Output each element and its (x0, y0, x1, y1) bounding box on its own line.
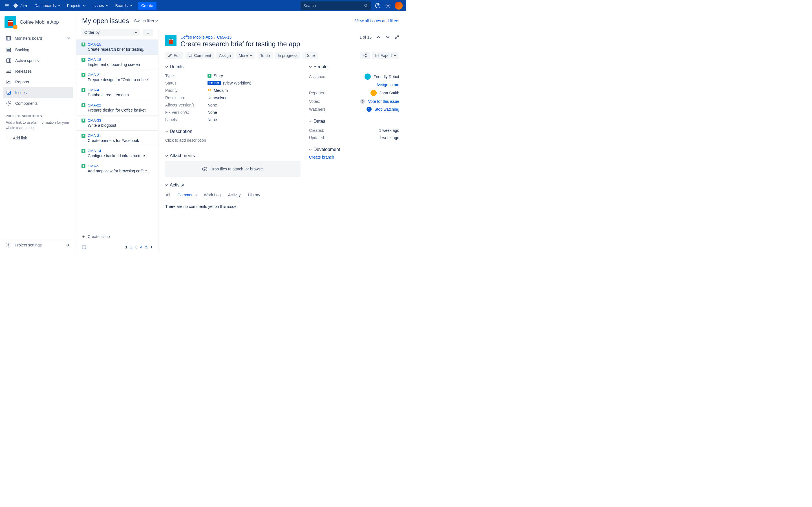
next-issue-icon[interactable] (386, 35, 390, 39)
description-placeholder[interactable]: Click to add description (165, 137, 301, 148)
story-icon (82, 164, 86, 168)
activity-tab[interactable]: All (165, 190, 171, 200)
people-panel-toggle[interactable]: People (309, 64, 399, 69)
collapse-sidebar-icon[interactable] (65, 242, 70, 247)
sidebar-item-components[interactable]: Components (3, 98, 73, 109)
comment-icon (188, 54, 192, 57)
description-panel-toggle[interactable]: Description (165, 129, 301, 134)
issue-row[interactable]: CMA-4 Database requirements (77, 85, 158, 100)
more-dropdown[interactable]: More (236, 52, 255, 59)
attachments-panel-toggle[interactable]: Attachments (165, 153, 301, 158)
story-icon (82, 103, 86, 107)
reporter-avatar (370, 90, 377, 96)
gear-icon (6, 242, 11, 248)
attachment-dropzone[interactable]: Drop files to attach, or browse. (165, 161, 301, 177)
svg-line-47 (364, 56, 365, 57)
view-all-link[interactable]: View all issues and filters (355, 18, 399, 23)
pagination-page[interactable]: 3 (135, 245, 138, 249)
svg-point-7 (388, 5, 389, 6)
project-settings-link[interactable]: Project settings (6, 242, 42, 248)
sidebar-item-reports[interactable]: Reports (3, 76, 73, 87)
expand-icon[interactable] (395, 35, 399, 40)
issue-row[interactable]: CMA-33 Write a blogpost (77, 115, 158, 131)
issue-key: CMA-21 (88, 73, 101, 77)
pagination-page[interactable]: 2 (130, 245, 133, 249)
switch-filter-dropdown[interactable]: Switch filter (134, 18, 158, 23)
pagination-page[interactable]: 4 (140, 245, 142, 249)
sidebar-item-releases[interactable]: Releases (3, 66, 73, 76)
development-panel-toggle[interactable]: Development (309, 147, 399, 152)
jira-logo[interactable]: Jira (13, 3, 27, 8)
sidebar-item-issues[interactable]: Issues (3, 87, 73, 98)
transition-done[interactable]: Done (303, 52, 317, 59)
pagination-next-icon[interactable] (150, 245, 153, 249)
breadcrumb-project[interactable]: Coffee Mobile App (181, 35, 213, 40)
app-switcher-icon[interactable] (3, 2, 10, 9)
activity-panel-toggle[interactable]: Activity (165, 182, 301, 187)
global-search[interactable] (301, 1, 371, 10)
svg-point-43 (365, 54, 366, 55)
activity-tab[interactable]: Work Log (203, 190, 221, 200)
issue-key: CMA-5 (88, 164, 99, 168)
issue-row[interactable]: CMA-31 Create banners for Facebook (77, 131, 158, 146)
nav-dashboards[interactable]: Dashboards (32, 2, 63, 10)
vote-link[interactable]: Vote for this issue (368, 99, 399, 104)
edit-button[interactable]: Edit (165, 52, 183, 59)
activity-tab[interactable]: Activity (227, 190, 241, 200)
project-header[interactable]: Coffee Mobile App (3, 16, 73, 33)
issue-row[interactable]: CMA-5 Add map view for browsing coffee..… (77, 161, 158, 176)
transition-inprogress[interactable]: In progress (275, 52, 300, 59)
nav-projects[interactable]: Projects (65, 2, 89, 10)
svg-point-40 (169, 39, 173, 40)
export-dropdown[interactable]: Export (372, 52, 399, 59)
share-button[interactable] (360, 52, 370, 59)
sidebar-item-backlog[interactable]: Backlog (3, 45, 73, 55)
user-avatar[interactable] (395, 2, 403, 10)
transition-todo[interactable]: To do (257, 52, 273, 59)
issue-row[interactable]: CMA-15 Create research brief for testing… (77, 40, 158, 55)
details-panel-toggle[interactable]: Details (165, 64, 301, 69)
dates-panel-toggle[interactable]: Dates (309, 119, 399, 124)
svg-rect-15 (7, 48, 10, 49)
issue-summary: Implement onboarding screen (88, 62, 153, 67)
assign-button[interactable]: Assign (216, 52, 234, 59)
story-icon (82, 88, 86, 92)
activity-tab[interactable]: History (247, 190, 261, 200)
breadcrumb-key[interactable]: CMA-15 (217, 35, 232, 40)
activity-tab[interactable]: Comments (177, 190, 197, 200)
issue-row[interactable]: CMA-14 Configure backend infrastructure (77, 146, 158, 161)
search-input[interactable] (303, 3, 364, 8)
comment-button[interactable]: Comment (186, 52, 214, 59)
sidebar-item-active-sprints[interactable]: Active sprints (3, 55, 73, 66)
issues-icon (6, 90, 12, 96)
issue-row[interactable]: CMA-18 Implement onboarding screen (77, 55, 158, 70)
pagination-page[interactable]: 5 (145, 245, 147, 249)
watch-link[interactable]: Stop watching (374, 107, 399, 112)
share-icon (363, 53, 367, 58)
prev-issue-icon[interactable] (377, 35, 380, 39)
priority-medium-icon (207, 89, 211, 93)
svg-rect-16 (7, 49, 10, 50)
settings-icon[interactable] (385, 2, 391, 9)
issue-row[interactable]: CMA-21 Prepare design for "Order a coffe… (77, 70, 158, 85)
view-workflow-link[interactable]: (View Workflow) (223, 81, 252, 86)
create-button[interactable]: Create (138, 2, 156, 10)
help-icon[interactable] (374, 2, 381, 9)
issue-key: CMA-33 (88, 118, 101, 122)
assign-to-me-link[interactable]: Assign to me (376, 82, 399, 87)
nav-boards[interactable]: Boards (113, 2, 135, 10)
board-selector[interactable]: Monsters board (3, 33, 73, 43)
create-issue-button[interactable]: Create issue (77, 231, 158, 242)
issue-summary: Create banners for Facebook (88, 138, 153, 143)
nav-issues[interactable]: Issues (90, 2, 111, 10)
refresh-icon[interactable] (82, 244, 87, 249)
issue-row[interactable]: CMA-22 Prepare design for Coffee basket (77, 100, 158, 115)
add-link-button[interactable]: Add link (3, 133, 73, 143)
pagination-page[interactable]: 1 (125, 245, 128, 249)
create-branch-link[interactable]: Create branch (309, 155, 334, 159)
issue-summary: Create research brief for testing... (88, 47, 153, 52)
components-icon (6, 100, 12, 107)
order-by-dropdown[interactable]: Order by (82, 29, 140, 36)
sort-direction-button[interactable] (143, 29, 153, 36)
search-icon (364, 3, 368, 8)
